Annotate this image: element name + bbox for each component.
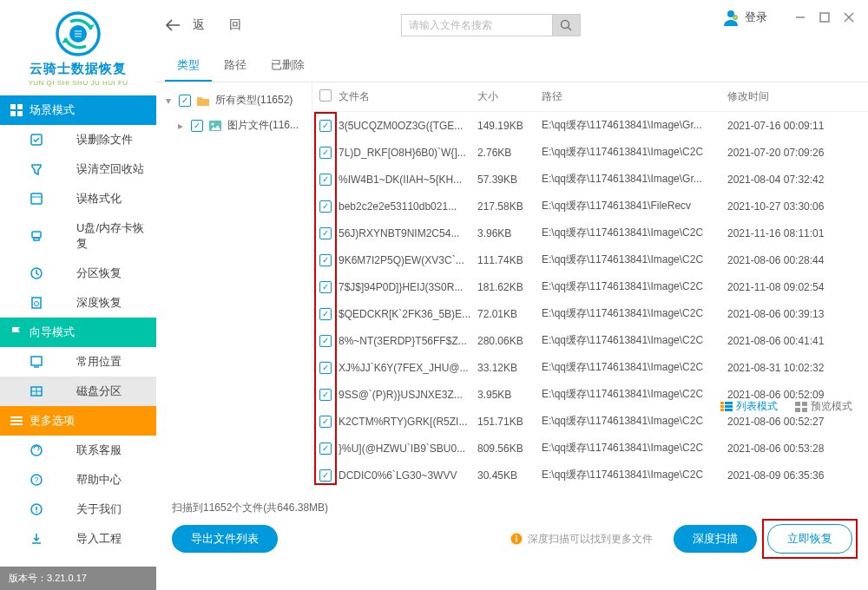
- tab-deleted[interactable]: 已删除: [259, 50, 317, 82]
- nav-item[interactable]: 联系客服: [0, 436, 156, 465]
- cell-date: 2021-08-06 00:28:44: [727, 254, 858, 266]
- menu-icon: [10, 415, 23, 427]
- nav-item[interactable]: 误删除文件: [0, 125, 156, 154]
- tab-type[interactable]: 类型: [165, 50, 212, 82]
- tree-row-all[interactable]: ▾ ✓ 所有类型(11652): [156, 88, 312, 113]
- file-row[interactable]: ✓}%U](@HZWU`IB9`SBU0...809.56KBE:\qq缓存\1…: [312, 435, 868, 462]
- cell-path: E:\qq缓存\1174613841\Image\C2C: [542, 387, 727, 402]
- file-row[interactable]: ✓XJ%JJ`K6Y(7FEX_JHU@...33.12KBE:\qq缓存\11…: [312, 354, 868, 381]
- cell-filename: $QEDCKR[K`2FK36_5B)E...: [339, 308, 477, 320]
- recover-now-button[interactable]: 立即恢复: [767, 524, 852, 554]
- search-input[interactable]: [401, 14, 553, 36]
- nav-item[interactable]: ?帮助中心: [0, 465, 156, 495]
- nav-item[interactable]: 分区恢复: [0, 259, 156, 288]
- export-list-button[interactable]: 导出文件列表: [172, 525, 278, 553]
- svg-rect-27: [10, 416, 23, 418]
- tree-row-images[interactable]: ▸ ✓ 图片文件(116...: [156, 113, 312, 138]
- expand-icon[interactable]: ▸: [175, 120, 186, 132]
- search-button[interactable]: [553, 14, 581, 36]
- row-checkbox[interactable]: ✓: [319, 227, 332, 239]
- nav-icon: [30, 443, 43, 457]
- file-row[interactable]: ✓56J)RXYNBT9NIM2C54...3.96KBE:\qq缓存\1174…: [312, 220, 868, 246]
- cell-date: 2021-08-04 07:32:42: [727, 174, 858, 186]
- nav-icon: [30, 162, 43, 176]
- row-checkbox[interactable]: ✓: [319, 254, 332, 266]
- cell-filename: 7$J$]94P0D]}HEIJ(3S0R...: [339, 281, 477, 293]
- grid-view-icon: [795, 402, 807, 412]
- nav-item[interactable]: 误格式化: [0, 184, 156, 213]
- nav-icon: [30, 296, 43, 310]
- select-all-checkbox[interactable]: [319, 89, 332, 102]
- image-icon: [208, 120, 222, 132]
- file-row[interactable]: ✓3(5UCQZM0OZ3G({TGE...149.19KBE:\qq缓存\11…: [312, 112, 868, 139]
- cell-path: E:\qq缓存\1174613841\Image\C2C: [542, 360, 727, 375]
- cell-size: 809.56KB: [477, 442, 542, 455]
- list-view-button[interactable]: 列表模式: [720, 399, 778, 414]
- row-checkbox[interactable]: ✓: [319, 120, 332, 132]
- nav-item[interactable]: 深度恢复: [0, 288, 156, 318]
- logo-icon: [53, 9, 103, 59]
- deep-scan-button[interactable]: 深度扫描: [674, 525, 757, 553]
- nav-item[interactable]: 关于我们: [0, 495, 156, 524]
- folder-icon: [196, 95, 210, 107]
- cell-filename: 56J)RXYNBT9NIM2C54...: [339, 227, 477, 239]
- cell-path: E:\qq缓存\1174613841\Image\C2C: [542, 414, 727, 429]
- nav-item[interactable]: 磁盘分区: [0, 377, 156, 406]
- file-row[interactable]: ✓%IW4B1~DK(IIAH~5{KH...57.39KBE:\qq缓存\11…: [312, 166, 868, 193]
- file-row[interactable]: ✓7L)D_RKF[O8H}6B0)`W{]...2.76KBE:\qq缓存\1…: [312, 139, 868, 166]
- svg-point-36: [562, 21, 569, 29]
- cell-filename: }%U](@HZWU`IB9`SBU0...: [339, 442, 477, 455]
- cell-filename: DCDIC0%6`LG30~3WVV: [339, 469, 477, 482]
- nav-item[interactable]: 常用位置: [0, 347, 156, 377]
- svg-rect-42: [720, 405, 724, 408]
- flag-icon: [10, 326, 23, 338]
- back-button[interactable]: 返 回: [165, 17, 252, 33]
- file-row[interactable]: ✓8%~NT(3ERDP}T56FF$Z...280.06KBE:\qq缓存\1…: [312, 327, 868, 354]
- nav-icon: [30, 229, 43, 243]
- cell-filename: 9SS@`(P)R)}USJNXE3Z...: [339, 389, 477, 401]
- col-size[interactable]: 大小: [477, 89, 542, 104]
- nav-item[interactable]: 导入工程: [0, 524, 156, 554]
- file-row[interactable]: ✓9K6M7I2P5Q)EW(XV3C`...111.74KBE:\qq缓存\1…: [312, 246, 868, 273]
- file-row[interactable]: ✓7$J$]94P0D]}HEIJ(3S0R...181.62KBE:\qq缓存…: [312, 273, 868, 300]
- cell-path: E:\qq缓存\1174613841\Image\C2C: [542, 333, 727, 348]
- preview-view-button[interactable]: 预览模式: [795, 399, 852, 414]
- nav-icon: [30, 355, 43, 369]
- svg-point-35: [36, 511, 37, 513]
- file-row[interactable]: ✓DCDIC0%6`LG30~3WVV30.45KBE:\qq缓存\117461…: [312, 462, 868, 488]
- svg-point-21: [35, 302, 39, 306]
- version-label: 版本号：3.21.0.17: [0, 567, 156, 590]
- scene-mode-header: 场景模式: [0, 95, 156, 125]
- col-path[interactable]: 路径: [542, 89, 727, 104]
- row-checkbox[interactable]: ✓: [319, 281, 332, 293]
- file-row[interactable]: ✓$QEDCKR[K`2FK36_5B)E...72.01KBE:\qq缓存\1…: [312, 300, 868, 327]
- row-checkbox[interactable]: ✓: [319, 362, 332, 374]
- nav-icon: [30, 192, 43, 206]
- row-checkbox[interactable]: ✓: [319, 335, 332, 347]
- row-checkbox[interactable]: ✓: [319, 200, 332, 213]
- col-date[interactable]: 修改时间: [727, 89, 858, 104]
- row-checkbox[interactable]: ✓: [319, 469, 332, 482]
- cell-filename: XJ%JJ`K6Y(7FEX_JHU@...: [339, 362, 477, 374]
- row-checkbox[interactable]: ✓: [319, 147, 332, 159]
- row-checkbox[interactable]: ✓: [319, 389, 332, 401]
- nav-item[interactable]: U盘/内存卡恢复: [0, 213, 156, 259]
- cell-path: E:\qq缓存\1174613841\Image\C2C: [542, 306, 727, 321]
- row-checkbox[interactable]: ✓: [319, 442, 332, 455]
- row-checkbox[interactable]: ✓: [319, 308, 332, 320]
- cell-size: 151.71KB: [477, 416, 542, 428]
- tab-path[interactable]: 路径: [212, 50, 259, 82]
- col-filename[interactable]: 文件名: [339, 89, 477, 104]
- svg-rect-29: [10, 423, 23, 425]
- checkbox[interactable]: ✓: [191, 120, 203, 132]
- collapse-icon[interactable]: ▾: [163, 95, 174, 107]
- nav-icon: [30, 532, 43, 546]
- svg-point-39: [212, 122, 214, 125]
- checkbox[interactable]: ✓: [179, 95, 191, 107]
- nav-item[interactable]: 误清空回收站: [0, 154, 156, 184]
- cell-size: 280.06KB: [477, 335, 542, 347]
- row-checkbox[interactable]: ✓: [319, 174, 332, 186]
- svg-rect-45: [725, 409, 733, 411]
- row-checkbox[interactable]: ✓: [319, 416, 332, 428]
- file-row[interactable]: ✓beb2c2e2e53110db021...217.58KBE:\qq缓存\1…: [312, 193, 868, 220]
